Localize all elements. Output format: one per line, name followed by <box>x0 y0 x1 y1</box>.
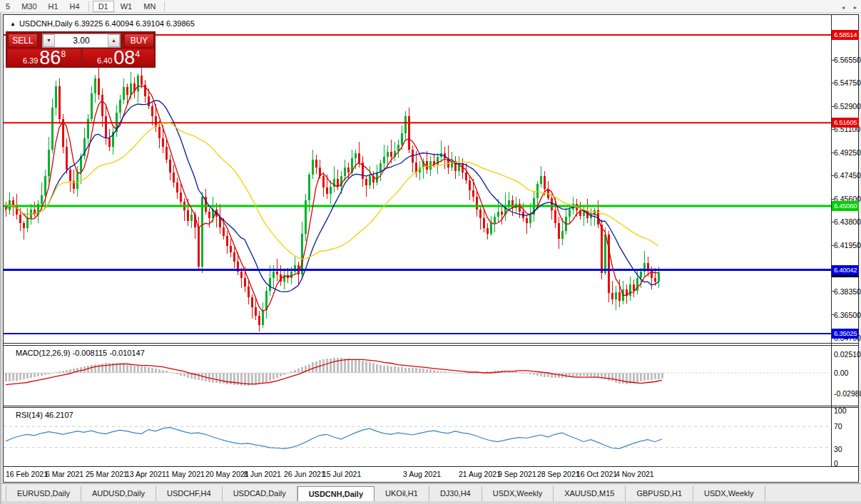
sell-price-display[interactable]: 6.39 86 8 <box>8 49 81 67</box>
chart-symbol-period: USDCNH,Daily <box>19 19 73 28</box>
tab-eurusd-daily[interactable]: EURUSD,Daily <box>6 486 81 501</box>
price-tick-label: 6.36500 <box>834 311 861 319</box>
window-edge <box>0 13 1 504</box>
rsi-axis-label: 100 <box>834 406 847 415</box>
toolbar-timeframe-mn[interactable]: MN <box>138 1 161 11</box>
rsi-indicator-label: RSI(14) 46.2107 <box>16 411 73 419</box>
tab-usdcnh-daily[interactable]: USDCNH,Daily <box>297 486 375 501</box>
toolbar-timeframe-h4[interactable]: H4 <box>65 1 85 11</box>
price-tick-label: 6.43800 <box>834 217 861 226</box>
macd-indicator-label: MACD(12,26,9) -0.008115 -0.010147 <box>16 349 145 357</box>
date-tick-label: 16 Feb 2021 <box>6 470 48 478</box>
chart-title: ▲USDCNH,Daily 6.39225 6.40094 6.39104 6.… <box>10 19 195 28</box>
sell-price-main: 86 <box>39 49 61 66</box>
volume-decrease-button[interactable]: ▾ <box>43 34 55 47</box>
rsi-panel[interactable] <box>4 408 831 466</box>
date-tick-label: 28 Sep 2021 <box>537 470 580 478</box>
toolbar-separator <box>164 1 165 11</box>
volume-input[interactable]: 3.00 <box>55 34 108 47</box>
tab-dj30-h4[interactable]: DJ30,H4 <box>429 486 482 501</box>
rsi-svg <box>4 408 831 466</box>
toolbar-timeframe-d1[interactable]: D1 <box>93 1 114 12</box>
toolbar-timeframe-5[interactable]: 5 <box>1 1 15 11</box>
buy-price-pip: 4 <box>135 49 140 59</box>
price-tick-label: 6.47450 <box>834 171 861 180</box>
tab-gbpusd-h1[interactable]: GBPUSD,H1 <box>626 486 693 501</box>
chart-ohlc-values: 6.39225 6.40094 6.39104 6.39865 <box>75 19 195 28</box>
buy-price-prefix: 6.40 <box>97 56 112 65</box>
date-tick-label: 13 Apr 2021 <box>126 470 166 478</box>
toolbar-timeframe-h1[interactable]: H1 <box>44 1 63 11</box>
terminal-window: 5M30H1H4D1W1MN 16 Feb 20216 Mar 202125 M… <box>0 0 861 504</box>
rsi-axis-label: 30 <box>834 445 842 453</box>
volume-control: ▾ 3.00 ▴ <box>42 34 121 48</box>
sell-price-prefix: 6.39 <box>23 56 38 65</box>
tab-xauusd-m15[interactable]: XAUUSD,M15 <box>554 486 626 501</box>
tab-usdx-weekly[interactable]: USDX,Weekly <box>693 486 765 501</box>
tab-audusd-daily[interactable]: AUDUSD,Daily <box>81 486 156 501</box>
toolbar-timeframe-m30[interactable]: M30 <box>16 1 41 11</box>
collapse-triangle-icon[interactable]: ▲ <box>10 21 16 27</box>
date-tick-label: 26 Jun 2021 <box>284 470 325 478</box>
date-tick-label: 9 Sep 2021 <box>498 470 536 478</box>
date-tick-label: 25 Mar 2021 <box>86 470 128 478</box>
toolbar-timeframe-w1[interactable]: W1 <box>116 1 138 11</box>
level-price-label: 6.58514 <box>832 30 859 40</box>
date-axis[interactable]: 16 Feb 20216 Mar 202125 Mar 202113 Apr 2… <box>4 467 858 482</box>
price-tick-label: 6.52900 <box>834 102 861 110</box>
macd-axis-label: 0.00 <box>834 369 848 377</box>
buy-price-main: 08 <box>113 49 135 66</box>
rsi-axis-label: 0 <box>834 459 838 468</box>
date-tick-label: 20 May 2021 <box>205 470 249 478</box>
date-tick-label: 1 May 2021 <box>165 470 205 478</box>
price-tick-label: 6.49250 <box>834 148 861 157</box>
price-tick-label: 6.56550 <box>834 56 861 64</box>
date-tick-label: 16 Oct 2021 <box>576 470 617 478</box>
macd-axis-label: 0.025108 <box>834 350 861 359</box>
date-tick-label: 15 Jul 2021 <box>322 470 361 478</box>
macd-axis-label: -0.02988 <box>834 389 861 398</box>
date-tick-label: 4 Nov 2021 <box>616 470 654 478</box>
price-tick-label: 6.38350 <box>834 287 861 296</box>
one-click-trading-widget: SELL ▾ 3.00 ▴ BUY 6.39 86 8 6.40 08 4 <box>6 31 156 68</box>
tab-usdx-weekly[interactable]: USDX,Weekly <box>482 486 554 501</box>
level-price-label: 6.45060 <box>832 201 859 211</box>
level-price-label: 6.40042 <box>832 265 859 275</box>
price-tick-label: 6.54750 <box>834 78 861 87</box>
date-tick-label: 6 Mar 2021 <box>46 470 83 478</box>
level-price-label: 6.51605 <box>832 118 859 128</box>
level-price-label: 6.35025 <box>832 329 859 339</box>
status-strip <box>0 501 861 504</box>
sell-price-pip: 8 <box>61 49 66 59</box>
tab-usdchf-h4[interactable]: USDCHF,H4 <box>156 486 223 501</box>
date-tick-label: 21 Aug 2021 <box>459 470 501 478</box>
toolbar-separator <box>88 1 89 11</box>
price-tick-label: 6.41950 <box>834 241 861 250</box>
tab-scroll-left-icon[interactable]: ◂ <box>842 4 845 11</box>
date-tick-label: 3 Aug 2021 <box>403 470 441 478</box>
timeframe-toolbar: 5M30H1H4D1W1MN <box>0 0 861 13</box>
chart-tab-bar: EURUSD,DailyAUDUSD,DailyUSDCHF,H4USDCAD,… <box>0 485 861 501</box>
tab-scroll-right-icon[interactable]: ▸ <box>854 4 857 11</box>
sell-button[interactable]: SELL <box>8 34 38 48</box>
tab-usdcad-daily[interactable]: USDCAD,Daily <box>223 486 297 501</box>
date-tick-label: 8 Jun 2021 <box>244 470 281 478</box>
buy-price-display[interactable]: 6.40 08 4 <box>83 49 154 67</box>
buy-button[interactable]: BUY <box>124 34 154 48</box>
volume-increase-button[interactable]: ▴ <box>108 34 120 47</box>
tab-ukoil-h1[interactable]: UKOil,H1 <box>375 486 429 501</box>
rsi-axis-label: 70 <box>834 422 842 431</box>
